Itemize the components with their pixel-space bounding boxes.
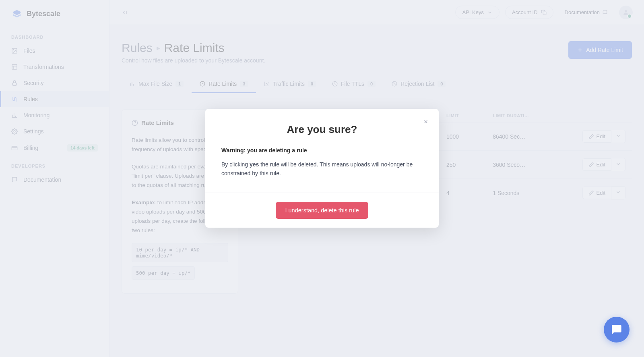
modal-title: Are you sure?: [205, 109, 439, 147]
confirm-delete-button[interactable]: I understand, delete this rule: [276, 202, 369, 219]
confirm-modal: Are you sure? Warning: you are deleting …: [205, 109, 439, 228]
chat-icon: [611, 324, 622, 335]
confirm-delete-label: I understand, delete this rule: [285, 207, 359, 214]
modal-description: By clicking yes the rule will be deleted…: [221, 160, 423, 178]
chat-fab-button[interactable]: [604, 317, 630, 342]
close-icon: [423, 119, 429, 125]
modal-warning: Warning: you are deleting a rule: [221, 147, 423, 154]
modal-desc-yes: yes: [250, 161, 259, 168]
modal-desc-pre: By clicking: [221, 161, 250, 168]
modal-overlay[interactable]: Are you sure? Warning: you are deleting …: [0, 0, 644, 357]
modal-close-button[interactable]: [421, 117, 431, 127]
